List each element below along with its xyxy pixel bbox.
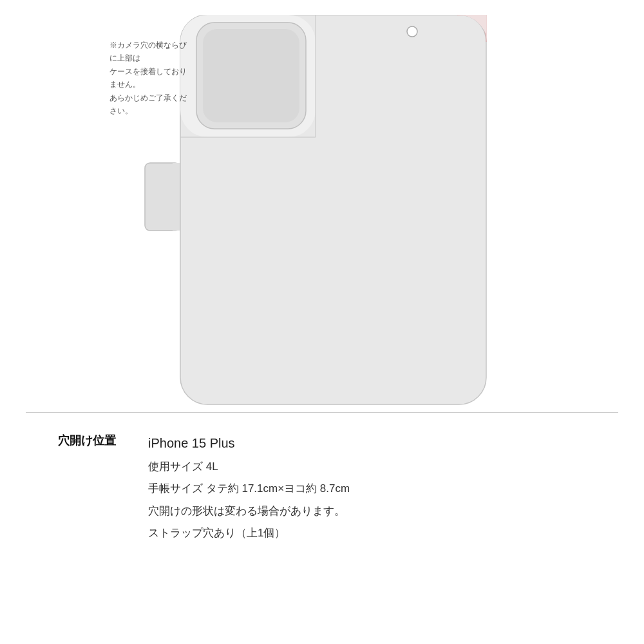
strap-note: ストラップ穴あり（上1個）	[148, 523, 586, 544]
hole-position-label: 穴開け位置	[58, 431, 148, 448]
case-illustration: ※カメラ穴の横ならびに上部は ケースを接着しておりません。 あらかじめご了承くだ…	[97, 13, 547, 412]
hole-shape-note: 穴開けの形状は変わる場合があります。	[148, 501, 586, 522]
notebook-size: 手帳サイズ タテ約 17.1cm×ヨコ約 8.7cm	[148, 478, 586, 499]
specs-content: iPhone 15 Plus 使用サイズ 4L 手帳サイズ タテ約 17.1cm…	[148, 431, 586, 544]
svg-point-8	[407, 26, 417, 37]
divider-line	[26, 412, 618, 413]
info-section: 穴開け位置 iPhone 15 Plus 使用サイズ 4L 手帳サイズ タテ約 …	[32, 431, 612, 544]
camera-note: ※カメラ穴の横ならびに上部は ケースを接着しておりません。 あらかじめご了承くだ…	[109, 39, 193, 117]
svg-rect-7	[203, 29, 299, 122]
size-label: 使用サイズ 4L	[148, 457, 586, 477]
device-name: iPhone 15 Plus	[148, 431, 586, 455]
page-container: ※カメラ穴の横ならびに上部は ケースを接着しておりません。 あらかじめご了承くだ…	[0, 0, 644, 644]
